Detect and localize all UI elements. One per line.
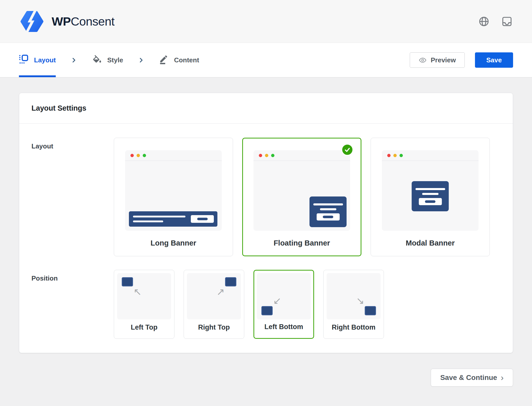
layout-section-label: Layout: [31, 138, 114, 256]
position-setting-row: Position ↖ Left Top ↗: [31, 270, 501, 339]
browser-titlebar: [253, 150, 350, 161]
arrow-down-right-icon: ↘: [356, 296, 364, 306]
banner-button-pill: [323, 216, 333, 218]
browser-body: [253, 161, 350, 231]
position-preview: ↙: [257, 273, 311, 319]
position-options: ↖ Left Top ↗ Right Top: [114, 270, 384, 339]
tab-group: Layout Style: [19, 43, 199, 77]
browser-titlebar: [382, 150, 479, 161]
wpconsent-logo-icon: [19, 11, 45, 32]
position-option-label: Right Top: [184, 323, 244, 331]
banner-text-line: [422, 193, 438, 195]
tab-content-label: Content: [174, 56, 199, 64]
layout-option-label: Long Banner: [114, 239, 233, 247]
layout-settings-panel: Layout Settings Layout: [19, 93, 513, 353]
tab-layout-label: Layout: [34, 56, 56, 64]
banner-text-line: [313, 203, 343, 205]
tabbar-actions: Preview Save: [410, 52, 513, 68]
chevron-right-icon: [138, 57, 144, 63]
position-preview: ↖: [117, 273, 171, 319]
arrow-down-left-icon: ↙: [273, 296, 281, 306]
chevron-right-icon: [71, 57, 77, 63]
banner-text-line: [133, 216, 185, 217]
banner-position-square: [122, 277, 133, 286]
window-dot-green: [143, 154, 146, 157]
banner-text-line: [415, 188, 445, 190]
window-dot-yellow: [265, 154, 268, 157]
wordmark-bold: WP: [52, 15, 71, 28]
window-dot-red: [259, 154, 262, 157]
arrow-up-left-icon: ↖: [134, 287, 142, 297]
banner-button-pill: [197, 218, 208, 220]
browser-mockup: [382, 150, 479, 231]
globe-icon[interactable]: [478, 16, 490, 27]
floating-banner-graphic: [309, 196, 347, 227]
panel-header: Layout Settings: [19, 93, 513, 124]
window-dot-red: [130, 154, 134, 157]
save-continue-button[interactable]: Save & Continue ›: [431, 369, 513, 387]
app-header: WPConsent: [0, 0, 532, 43]
position-option-label: Right Bottom: [324, 323, 384, 331]
banner-text-line: [320, 208, 336, 210]
banner-position-square: [365, 306, 376, 315]
position-option-left-bottom[interactable]: ↙ Left Bottom: [253, 270, 314, 339]
position-preview: ↗: [187, 273, 241, 319]
selected-check-icon: [341, 144, 353, 156]
panel-title: Layout Settings: [31, 104, 86, 112]
eye-icon: [419, 56, 427, 64]
layout-setting-row: Layout: [31, 138, 501, 256]
brand-logo: WPConsent: [19, 11, 114, 32]
browser-mockup: [253, 150, 350, 231]
banner-position-square: [225, 277, 236, 286]
banner-position-square: [261, 306, 273, 315]
preview-button[interactable]: Preview: [410, 52, 465, 68]
style-icon: [92, 55, 102, 65]
wordmark-regular: Consent: [71, 15, 115, 28]
banner-button-graphic: [317, 213, 340, 221]
position-preview: ↘: [327, 273, 381, 319]
layout-option-label: Floating Banner: [243, 239, 361, 247]
banner-button-graphic: [419, 198, 442, 205]
layout-option-label: Modal Banner: [371, 239, 490, 247]
arrow-up-right-icon: ↗: [216, 287, 225, 297]
layout-option-floating-banner[interactable]: Floating Banner: [242, 138, 361, 256]
modal-banner-graphic: [412, 181, 449, 211]
browser-body: [382, 161, 479, 231]
tab-layout[interactable]: Layout: [19, 43, 56, 77]
position-option-label: Left Bottom: [254, 323, 313, 331]
tab-style[interactable]: Style: [92, 43, 123, 77]
inbox-icon[interactable]: [501, 16, 513, 27]
position-option-right-bottom[interactable]: ↘ Right Bottom: [323, 270, 384, 339]
window-dot-yellow: [137, 154, 140, 157]
panel-body: Layout: [19, 124, 513, 353]
tab-bar: Layout Style: [0, 43, 532, 77]
content-icon: [159, 54, 168, 66]
layout-options: Long Banner: [114, 138, 490, 256]
layout-option-modal-banner[interactable]: Modal Banner: [371, 138, 490, 256]
window-dot-green: [400, 154, 403, 157]
position-option-label: Left Top: [114, 323, 174, 331]
chevron-right-icon: ›: [501, 373, 504, 382]
layout-icon: [19, 54, 28, 66]
window-dot-green: [271, 154, 274, 157]
position-section-label: Position: [31, 270, 114, 339]
browser-titlebar: [125, 150, 222, 161]
main-content: Layout Settings Layout: [0, 77, 532, 387]
brand-wordmark: WPConsent: [52, 14, 114, 28]
long-banner-graphic: [129, 211, 217, 227]
window-dot-yellow: [393, 154, 397, 157]
footer-actions: Save & Continue ›: [19, 369, 513, 387]
save-continue-label: Save & Continue: [440, 374, 497, 381]
position-option-right-top[interactable]: ↗ Right Top: [184, 270, 244, 339]
save-button[interactable]: Save: [475, 52, 513, 68]
position-option-left-top[interactable]: ↖ Left Top: [114, 270, 174, 339]
tab-content[interactable]: Content: [159, 43, 199, 77]
banner-button-pill: [425, 200, 436, 203]
banner-text-line: [133, 221, 163, 222]
preview-button-label: Preview: [431, 57, 456, 63]
browser-mockup: [125, 150, 222, 231]
window-dot-red: [387, 154, 391, 157]
browser-body: [125, 161, 222, 231]
layout-option-long-banner[interactable]: Long Banner: [114, 138, 233, 256]
tab-style-label: Style: [107, 56, 123, 64]
